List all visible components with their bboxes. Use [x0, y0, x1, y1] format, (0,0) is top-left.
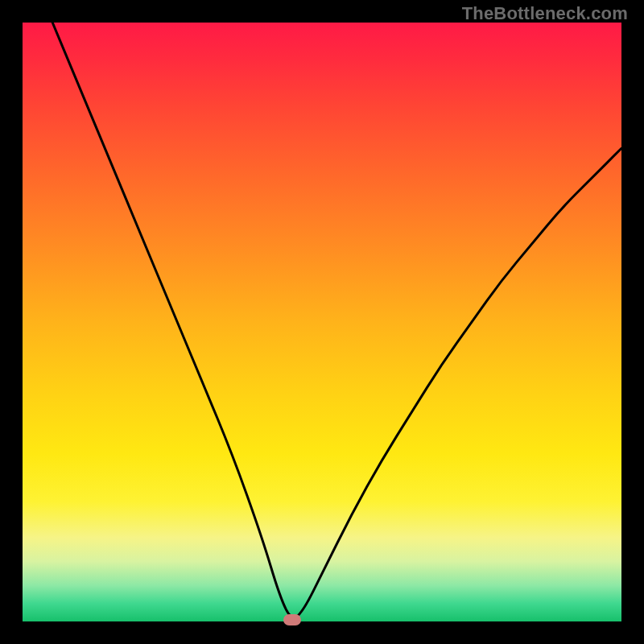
plot-area — [23, 23, 621, 621]
bottleneck-curve — [23, 23, 621, 621]
chart-frame: TheBottleneck.com — [0, 0, 644, 644]
watermark-text: TheBottleneck.com — [462, 3, 628, 24]
optimal-point-marker — [283, 614, 301, 625]
